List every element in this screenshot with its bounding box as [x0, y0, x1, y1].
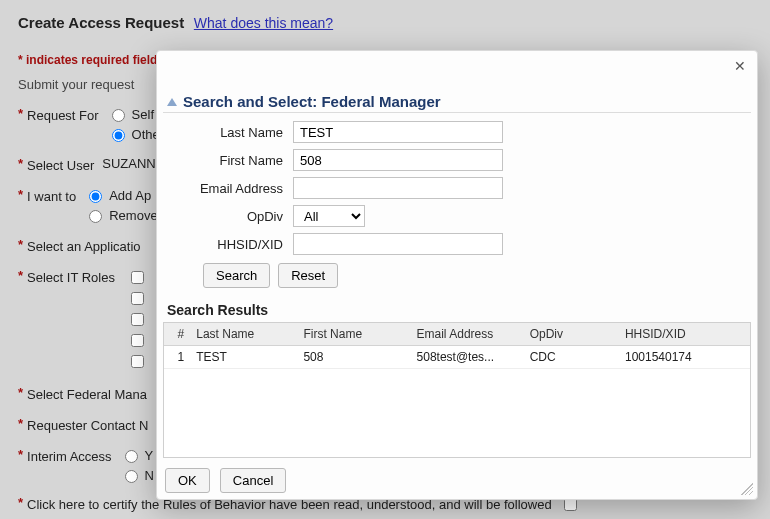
fed-manager-label: Select Federal Mana — [27, 385, 147, 402]
cell-opdiv: CDC — [524, 346, 619, 369]
it-role-check[interactable] — [127, 352, 147, 371]
required-star: * — [18, 106, 23, 121]
radio-remove-input[interactable] — [89, 210, 102, 223]
it-role-check[interactable] — [127, 289, 147, 308]
interim-label: Interim Access — [27, 447, 112, 464]
required-star: * — [18, 187, 23, 202]
search-button[interactable]: Search — [203, 263, 270, 288]
dialog-header: Search and Select: Federal Manager — [163, 89, 751, 113]
results-table-wrap: # Last Name First Name Email Address OpD… — [163, 322, 751, 458]
table-row[interactable]: 1 TEST 508 508test@tes... CDC 1001540174 — [164, 346, 750, 369]
opdiv-label: OpDiv — [167, 209, 287, 224]
col-idx[interactable]: # — [164, 323, 190, 346]
radio-interim-n[interactable]: N — [120, 467, 154, 483]
it-role-check[interactable] — [127, 268, 147, 287]
required-star: * — [18, 237, 23, 252]
hhsid-label: HHSID/XID — [167, 237, 287, 252]
it-roles-label: Select IT Roles — [27, 268, 115, 285]
radio-add[interactable]: Add Ap — [84, 187, 157, 203]
cell-first-name: 508 — [297, 346, 410, 369]
page-title: Create Access Request — [18, 14, 184, 31]
radio-other[interactable]: Othe — [107, 126, 160, 142]
request-for-label: Request For — [27, 106, 99, 123]
req-contact-label: Requester Contact N — [27, 416, 148, 433]
col-first-name[interactable]: First Name — [297, 323, 410, 346]
last-name-input[interactable] — [293, 121, 503, 143]
close-icon[interactable]: ✕ — [731, 57, 749, 75]
it-role-check[interactable] — [127, 310, 147, 329]
col-email[interactable]: Email Address — [411, 323, 524, 346]
email-input[interactable] — [293, 177, 503, 199]
col-opdiv[interactable]: OpDiv — [524, 323, 619, 346]
radio-self-input[interactable] — [112, 109, 125, 122]
ok-button[interactable]: OK — [165, 468, 210, 493]
hhsid-input[interactable] — [293, 233, 503, 255]
required-star: * — [18, 416, 23, 431]
select-user-label: Select User — [27, 156, 94, 173]
email-label: Email Address — [167, 181, 287, 196]
col-hhsid[interactable]: HHSID/XID — [619, 323, 750, 346]
first-name-label: First Name — [167, 153, 287, 168]
radio-interim-y[interactable]: Y — [120, 447, 154, 463]
opdiv-select[interactable]: All — [293, 205, 365, 227]
col-last-name[interactable]: Last Name — [190, 323, 297, 346]
radio-other-input[interactable] — [112, 129, 125, 142]
last-name-label: Last Name — [167, 125, 287, 140]
cell-idx: 1 — [164, 346, 190, 369]
resize-handle-icon[interactable] — [741, 483, 753, 495]
cell-last-name: TEST — [190, 346, 297, 369]
i-want-to-label: I want to — [27, 187, 76, 204]
cell-email: 508test@tes... — [411, 346, 524, 369]
dialog-title: Search and Select: Federal Manager — [183, 93, 441, 110]
results-title: Search Results — [163, 302, 751, 318]
it-role-check[interactable] — [127, 331, 147, 350]
cell-hhsid: 1001540174 — [619, 346, 750, 369]
required-star: * — [18, 495, 23, 510]
first-name-input[interactable] — [293, 149, 503, 171]
results-table: # Last Name First Name Email Address OpD… — [164, 323, 750, 369]
cancel-button[interactable]: Cancel — [220, 468, 286, 493]
required-star: * — [18, 156, 23, 171]
radio-remove[interactable]: Remove — [84, 207, 157, 223]
reset-button[interactable]: Reset — [278, 263, 338, 288]
required-star: * — [18, 385, 23, 400]
select-app-label: Select an Applicatio — [27, 237, 140, 254]
table-header-row: # Last Name First Name Email Address OpD… — [164, 323, 750, 346]
select-user-value: SUZANN — [102, 156, 155, 171]
required-star: * — [18, 447, 23, 462]
search-dialog: ✕ Search and Select: Federal Manager Las… — [156, 50, 758, 500]
radio-add-input[interactable] — [89, 190, 102, 203]
required-star: * — [18, 268, 23, 283]
disclosure-icon[interactable] — [167, 98, 177, 106]
radio-self[interactable]: Self — [107, 106, 160, 122]
submit-text: Submit your request — [18, 77, 134, 92]
help-link[interactable]: What does this mean? — [194, 15, 333, 31]
